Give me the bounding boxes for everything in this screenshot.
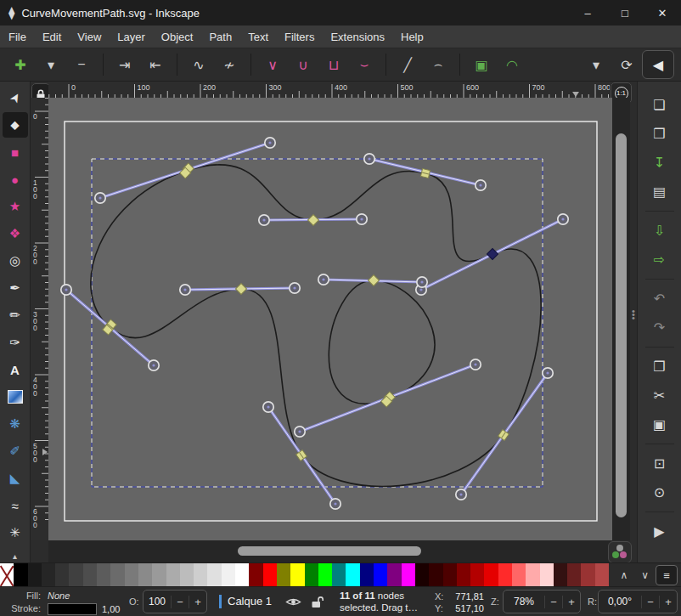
rotation-increase-button[interactable]: + bbox=[659, 596, 677, 608]
palette-swatch-30[interactable] bbox=[415, 563, 429, 587]
palette-swatch-43[interactable] bbox=[595, 563, 609, 587]
vertical-ruler[interactable]: 0100200300400500600 bbox=[31, 98, 48, 540]
palette-scroll-down[interactable]: ∨ bbox=[641, 569, 649, 581]
path-node-D[interactable] bbox=[235, 283, 246, 294]
current-layer-name[interactable]: Calque 1 bbox=[228, 595, 272, 608]
text-tool-button[interactable]: A bbox=[3, 357, 28, 382]
palette-swatch-8[interactable] bbox=[110, 563, 124, 587]
horizontal-scrollbar-thumb[interactable] bbox=[238, 546, 421, 556]
opacity-spinner[interactable]: 100 − + bbox=[143, 590, 207, 613]
palette-swatch-2[interactable] bbox=[28, 563, 42, 587]
zoom-decrease-button[interactable]: − bbox=[544, 596, 562, 608]
new-document-button[interactable]: ❏ bbox=[647, 93, 673, 116]
zoom-increase-button[interactable]: + bbox=[562, 596, 580, 608]
zoom-value[interactable]: 78% bbox=[504, 596, 544, 608]
palette-swatch-7[interactable] bbox=[97, 563, 110, 587]
delete-segment-button[interactable]: ≁ bbox=[214, 51, 245, 78]
node-corner-button[interactable]: ∨ bbox=[257, 51, 288, 78]
menu-layer[interactable]: Layer bbox=[117, 31, 145, 43]
horizontal-scrollbar[interactable] bbox=[48, 540, 612, 562]
palette-swatch-41[interactable] bbox=[567, 563, 581, 587]
break-nodes-button[interactable]: ⇤ bbox=[140, 51, 171, 78]
fill-value[interactable]: None bbox=[48, 591, 70, 601]
cut-button[interactable]: ✂ bbox=[647, 384, 673, 407]
palette-swatch-32[interactable] bbox=[443, 563, 457, 587]
maximize-button[interactable]: □ bbox=[606, 0, 644, 25]
selector-tool-button[interactable]: ➤ bbox=[0, 81, 32, 116]
paste-button[interactable]: ▣ bbox=[647, 413, 673, 436]
horizontal-ruler[interactable]: 0100200300400500600700800 bbox=[48, 82, 610, 98]
ellipse-tool-button[interactable]: ● bbox=[3, 167, 28, 192]
box3d-tool-button[interactable]: ❖ bbox=[3, 221, 28, 246]
segment-curve-button[interactable]: ⌢ bbox=[423, 51, 453, 78]
panel-resize-handle[interactable]: ••• bbox=[630, 309, 637, 319]
palette-swatch-27[interactable] bbox=[374, 563, 387, 587]
spiral-tool-button[interactable]: ◎ bbox=[3, 248, 28, 274]
rotation-spinner[interactable]: 0,00° − + bbox=[598, 590, 678, 613]
menu-path[interactable]: Path bbox=[209, 31, 232, 43]
redo-button[interactable]: ↷ bbox=[647, 316, 673, 339]
opacity-decrease-button[interactable]: − bbox=[171, 596, 189, 608]
palette-swatch-21[interactable] bbox=[290, 563, 304, 587]
print-document-button[interactable]: ▤ bbox=[647, 180, 673, 203]
star-tool-button[interactable]: ★ bbox=[3, 194, 28, 219]
collapse-panel-button[interactable]: ◀ bbox=[642, 50, 674, 79]
close-button[interactable]: ✕ bbox=[644, 0, 681, 25]
snapping-button[interactable]: ⟳ bbox=[611, 51, 642, 78]
zoom-spinner[interactable]: 78% − + bbox=[503, 590, 581, 613]
palette-swatch-17[interactable] bbox=[235, 563, 249, 587]
palette-swatch-3[interactable] bbox=[42, 563, 55, 587]
import-document-button[interactable]: ⇩ bbox=[647, 219, 673, 242]
toolbox-scroll-button[interactable]: ▴ bbox=[13, 551, 17, 561]
palette-swatch-13[interactable] bbox=[180, 563, 194, 587]
rotation-decrease-button[interactable]: − bbox=[641, 596, 659, 608]
palette-swatch-39[interactable] bbox=[540, 563, 554, 587]
palette-swatch-26[interactable] bbox=[360, 563, 374, 587]
palette-swatch-35[interactable] bbox=[484, 563, 498, 587]
layer-lock-toggle[interactable] bbox=[311, 596, 324, 610]
palette-swatch-33[interactable] bbox=[457, 563, 470, 587]
stroke-color-swatch[interactable] bbox=[48, 603, 97, 615]
join-nodes-button[interactable]: ⇥ bbox=[110, 51, 140, 78]
stroke-to-path-button[interactable]: ◠ bbox=[497, 51, 527, 78]
spray-tool-button[interactable]: ✳ bbox=[3, 520, 28, 545]
minimize-button[interactable]: – bbox=[569, 0, 606, 25]
gradient-tool-button[interactable] bbox=[3, 384, 28, 410]
palette-swatch-19[interactable] bbox=[263, 563, 277, 587]
menu-text[interactable]: Text bbox=[248, 31, 268, 43]
palette-swatch-4[interactable] bbox=[55, 563, 69, 587]
menu-edit[interactable]: Edit bbox=[42, 31, 61, 43]
mesh-tool-button[interactable]: ❋ bbox=[3, 411, 28, 437]
palette-swatch-1[interactable] bbox=[14, 563, 27, 587]
path-node-C[interactable] bbox=[307, 214, 318, 225]
node-symmetric-button[interactable]: ⊔ bbox=[318, 51, 349, 78]
palette-swatch-34[interactable] bbox=[470, 563, 484, 587]
x-edit-menu-button[interactable]: ▾ bbox=[581, 51, 611, 78]
save-document-button[interactable]: ↧ bbox=[647, 151, 673, 174]
menu-file[interactable]: File bbox=[8, 31, 26, 43]
segment-line-button[interactable]: ╱ bbox=[392, 51, 423, 78]
tweak-tool-button[interactable]: ≈ bbox=[3, 493, 28, 518]
join-with-segment-button[interactable]: ∿ bbox=[183, 51, 214, 78]
menu-extensions[interactable]: Extensions bbox=[330, 31, 385, 43]
palette-swatch-22[interactable] bbox=[305, 563, 318, 587]
palette-swatch-6[interactable] bbox=[83, 563, 97, 587]
palette-swatch-9[interactable] bbox=[125, 563, 138, 587]
palette-swatch-28[interactable] bbox=[387, 563, 401, 587]
bucket-tool-button[interactable]: ◣ bbox=[3, 466, 28, 491]
palette-swatch-16[interactable] bbox=[222, 563, 235, 587]
open-document-button[interactable]: ❒ bbox=[647, 122, 673, 145]
vertical-scrollbar-thumb[interactable] bbox=[616, 133, 627, 517]
expand-panel-button[interactable]: ▶ bbox=[647, 520, 673, 543]
palette-swatch-42[interactable] bbox=[581, 563, 594, 587]
insert-node-menu-button[interactable]: ▾ bbox=[36, 51, 66, 78]
rotation-value[interactable]: 0,00° bbox=[599, 596, 641, 608]
insert-node-button[interactable]: ✚ bbox=[5, 51, 36, 78]
palette-swatch-25[interactable] bbox=[346, 563, 359, 587]
palette-swatch-20[interactable] bbox=[277, 563, 290, 587]
node-tool-button[interactable]: ⬥ bbox=[3, 112, 28, 138]
opacity-value[interactable]: 100 bbox=[144, 596, 171, 608]
palette-swatch-38[interactable] bbox=[526, 563, 539, 587]
palette-swatch-5[interactable] bbox=[69, 563, 82, 587]
palette-swatch-none[interactable] bbox=[0, 563, 14, 587]
